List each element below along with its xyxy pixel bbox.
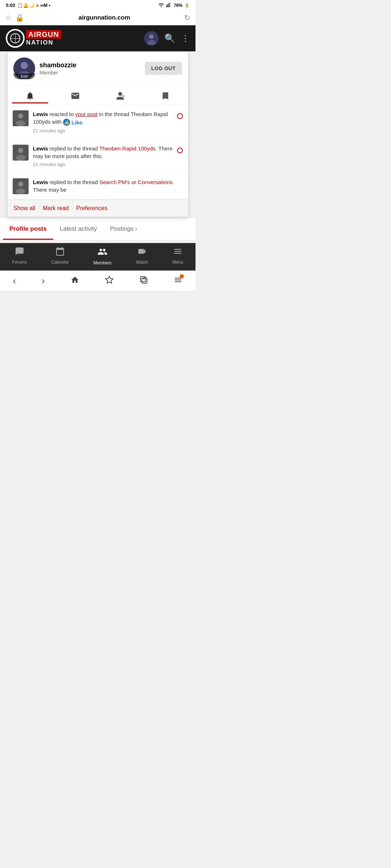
watch-icon bbox=[137, 247, 147, 258]
svg-point-15 bbox=[16, 155, 25, 161]
logo-text: AIRGUN NATION bbox=[26, 30, 61, 46]
notif-link-thread-2[interactable]: Search PM's or Conversations bbox=[99, 179, 172, 185]
svg-rect-2 bbox=[169, 3, 170, 7]
svg-point-5 bbox=[149, 34, 154, 39]
logo-nation: NATION bbox=[26, 39, 61, 46]
show-all-link[interactable]: Show all bbox=[13, 205, 35, 212]
like-text: Like bbox=[71, 119, 82, 126]
wifi-icon bbox=[158, 2, 164, 8]
domain-text[interactable]: airgunnation.com bbox=[28, 14, 181, 21]
bell-icon bbox=[25, 91, 35, 101]
notif-unread-dot-2 bbox=[177, 148, 183, 153]
star-icon[interactable]: ☆ bbox=[5, 13, 12, 22]
signal-icon bbox=[166, 2, 172, 8]
notif-time-2: 21 minutes ago bbox=[33, 161, 173, 168]
profile-tabs: Profile posts Latest activity Postings › bbox=[0, 218, 196, 240]
logout-button[interactable]: LOG OUT bbox=[145, 62, 182, 75]
status-time: 5:02 bbox=[6, 3, 15, 8]
forums-icon bbox=[15, 247, 24, 258]
notif-content-1: Lewis reacted to your post in the thread… bbox=[33, 110, 173, 134]
battery-text: 76% bbox=[174, 3, 182, 8]
logo-airgun: AIRGUN bbox=[26, 30, 61, 39]
like-icon: 👍 bbox=[63, 119, 70, 126]
notif-content-2: Lewis replied to the thread Theoben Rapi… bbox=[33, 145, 173, 168]
svg-point-11 bbox=[18, 114, 23, 119]
notif-avatar-2 bbox=[13, 145, 29, 161]
svg-marker-19 bbox=[106, 276, 113, 283]
battery-icon: 🔋 bbox=[184, 3, 190, 8]
separator-1: · bbox=[38, 205, 39, 212]
svg-point-14 bbox=[18, 148, 23, 153]
bottom-nav: Forums Calendar Members Watch Menu bbox=[0, 243, 196, 271]
logo[interactable]: AIRGUN NATION bbox=[6, 29, 61, 48]
tab-latest-activity-label: Latest activity bbox=[60, 225, 97, 233]
tab-postings[interactable]: Postings › bbox=[104, 218, 144, 240]
bottom-nav-members[interactable]: Members bbox=[93, 247, 112, 265]
more-options-icon[interactable]: ⋮ bbox=[181, 33, 190, 43]
site-header: AIRGUN NATION 🔍 ⋮ bbox=[0, 25, 196, 51]
user-avatar-header[interactable] bbox=[144, 31, 159, 46]
home-button[interactable] bbox=[71, 276, 79, 286]
tab-notifications[interactable] bbox=[8, 87, 53, 103]
lock-icon: 🔒 bbox=[15, 13, 24, 22]
notif-link-your-post[interactable]: your post bbox=[75, 111, 98, 117]
members-icon bbox=[97, 247, 108, 259]
search-icon[interactable]: 🔍 bbox=[164, 33, 175, 43]
like-badge: 👍 Like bbox=[63, 119, 82, 126]
bookmark-star-button[interactable] bbox=[105, 276, 114, 286]
notification-badge bbox=[180, 275, 184, 278]
tab-latest-activity[interactable]: Latest activity bbox=[53, 218, 104, 240]
bottom-nav-forums[interactable]: Forums bbox=[12, 247, 27, 265]
tab-profile-posts[interactable]: Profile posts bbox=[3, 218, 53, 240]
avatar-edit[interactable]: Edit bbox=[13, 58, 35, 79]
preferences-link[interactable]: Preferences bbox=[76, 205, 107, 212]
status-left: 5:02 📋🔔🌙🔺∞M • bbox=[6, 3, 50, 8]
tab-postings-arrow: › bbox=[135, 225, 137, 233]
hamburger-button[interactable] bbox=[174, 276, 182, 286]
user-role: Member bbox=[39, 70, 140, 76]
bottom-nav-forums-label: Forums bbox=[12, 260, 27, 265]
notif-link-thread-1[interactable]: Theoben Rapid 100yds bbox=[99, 145, 155, 152]
notif-unread-dot-1 bbox=[177, 113, 183, 119]
notification-item-3: Lewis replied to the thread Search PM's … bbox=[8, 173, 188, 200]
tab-messages[interactable] bbox=[53, 87, 98, 103]
forward-button[interactable]: › bbox=[42, 275, 45, 286]
notification-actions: Show all · Mark read · Preferences bbox=[8, 200, 188, 217]
username: shambozzie bbox=[39, 61, 140, 69]
tab-bookmarks[interactable] bbox=[143, 87, 188, 103]
status-bar: 5:02 📋🔔🌙🔺∞M • 76% 🔋 bbox=[0, 0, 196, 10]
edit-badge[interactable]: Edit bbox=[13, 73, 35, 79]
svg-point-17 bbox=[18, 182, 23, 187]
mail-icon bbox=[71, 91, 80, 101]
logo-circle bbox=[6, 29, 25, 48]
refresh-icon[interactable]: ↻ bbox=[184, 13, 190, 22]
menu-icon bbox=[173, 247, 182, 258]
system-nav: ‹ › 2 bbox=[0, 271, 196, 291]
notif-avatar-1 bbox=[13, 110, 29, 126]
account-settings-icon bbox=[115, 91, 125, 101]
notif-avatar-3 bbox=[13, 178, 29, 194]
status-right: 76% 🔋 bbox=[158, 2, 190, 8]
status-icons: 📋🔔🌙🔺∞M • bbox=[17, 3, 50, 8]
bottom-nav-menu[interactable]: Menu bbox=[172, 247, 183, 265]
calendar-icon bbox=[55, 247, 65, 258]
bottom-nav-menu-label: Menu bbox=[172, 260, 183, 265]
bottom-nav-calendar-label: Calendar bbox=[51, 260, 69, 265]
back-button[interactable]: ‹ bbox=[13, 275, 16, 286]
logo-inner bbox=[7, 30, 23, 46]
notif-user-3: Lewis replied to the thread Search PM's … bbox=[33, 179, 174, 193]
notification-item: Lewis reacted to your post in the thread… bbox=[8, 105, 188, 140]
dropdown-panel: Edit shambozzie Member LOG OUT bbox=[7, 51, 188, 217]
notif-content-3: Lewis replied to the thread Search PM's … bbox=[33, 178, 183, 193]
tab-profile-posts-label: Profile posts bbox=[9, 225, 47, 233]
crosshair-icon bbox=[10, 33, 20, 43]
bottom-nav-calendar[interactable]: Calendar bbox=[51, 247, 69, 265]
notif-time-1: 21 minutes ago bbox=[33, 128, 173, 134]
bottom-nav-members-label: Members bbox=[93, 260, 112, 265]
tabs-button[interactable]: 2 bbox=[139, 276, 148, 286]
mark-read-link[interactable]: Mark read bbox=[43, 205, 69, 212]
bottom-nav-watch[interactable]: Watch bbox=[136, 247, 148, 265]
tab-account-settings[interactable] bbox=[98, 87, 143, 103]
svg-point-8 bbox=[21, 62, 28, 69]
bookmark-icon bbox=[161, 91, 170, 101]
